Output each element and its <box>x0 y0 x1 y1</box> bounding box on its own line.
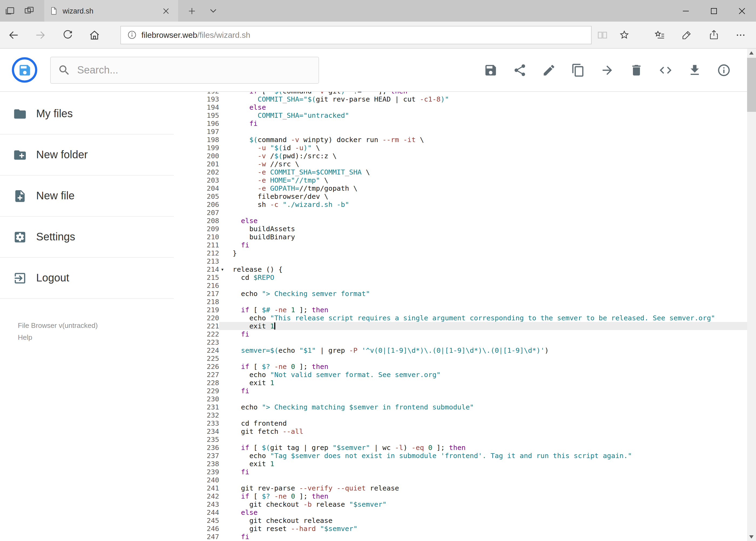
code-editor[interactable]: 192 if [ "$(command -v git)" != "" ]; th… <box>174 92 747 541</box>
sidebar-item-settings[interactable]: Settings <box>0 217 174 258</box>
code-line-228[interactable]: 228 exit 1 <box>174 379 747 387</box>
set-tabs-aside-button[interactable] <box>0 0 19 22</box>
save-button[interactable] <box>476 48 505 92</box>
share-page-button[interactable] <box>702 21 725 48</box>
browser-tab[interactable]: wizard.sh <box>44 0 178 22</box>
download-button[interactable] <box>680 48 709 92</box>
scrollbar-thumb[interactable] <box>747 58 756 112</box>
code-line-229[interactable]: 229 fi <box>174 387 747 395</box>
sidebar-item-new-folder[interactable]: New folder <box>0 135 174 176</box>
code-line-235[interactable]: 235 <box>174 435 747 443</box>
code-line-218[interactable]: 218 <box>174 297 747 306</box>
delete-button[interactable] <box>622 48 651 92</box>
code-line-197[interactable]: 197 <box>174 128 747 136</box>
share-button[interactable] <box>505 48 534 92</box>
web-notes-button[interactable] <box>675 21 698 48</box>
address-bar[interactable]: filebrowser.web/files/wizard.sh <box>121 26 592 44</box>
reading-view-button[interactable] <box>592 21 613 48</box>
scrollbar-up-button[interactable] <box>747 49 756 57</box>
tab-preview-chevron-button[interactable] <box>205 0 221 22</box>
code-line-245[interactable]: 245 git checkout release <box>174 516 747 525</box>
add-favorite-button[interactable] <box>613 21 635 48</box>
code-line-210[interactable]: 210 buildBinary <box>174 233 747 241</box>
code-line-234[interactable]: 234 git fetch --all <box>174 427 747 435</box>
code-line-209[interactable]: 209 buildAssets <box>174 225 747 233</box>
code-line-213[interactable]: 213 <box>174 257 747 265</box>
code-line-242[interactable]: 242 if [ $? -ne 0 ]; then <box>174 492 747 500</box>
code-line-241[interactable]: 241 git rev-parse --verify --quiet relea… <box>174 484 747 492</box>
code-line-227[interactable]: 227 echo "Not valid semver format. See s… <box>174 370 747 379</box>
code-line-199[interactable]: 199 -u "$(id -u)" \ <box>174 144 747 152</box>
code-line-240[interactable]: 240 <box>174 476 747 484</box>
line-number: 205 <box>174 192 219 201</box>
code-line-198[interactable]: 198 $(command -v winpty) docker run --rm… <box>174 136 747 144</box>
help-link[interactable]: Help <box>18 333 32 341</box>
code-line-243[interactable]: 243 git checkout -b release "$semver" <box>174 500 747 508</box>
code-line-214[interactable]: 214▾release () { <box>174 265 747 273</box>
forward-button[interactable] <box>27 21 54 48</box>
code-line-233[interactable]: 233 cd frontend <box>174 419 747 427</box>
code-line-211[interactable]: 211 fi <box>174 241 747 249</box>
code-line-232[interactable]: 232 <box>174 411 747 419</box>
rename-button[interactable] <box>534 48 563 92</box>
code-line-221[interactable]: 221 exit 1 <box>174 322 747 330</box>
refresh-button[interactable] <box>54 21 81 48</box>
code-line-246[interactable]: 246 git reset --hard "$semver" <box>174 525 747 533</box>
code-line-225[interactable]: 225 <box>174 354 747 362</box>
code-line-230[interactable]: 230 <box>174 395 747 403</box>
code-line-239[interactable]: 239 fi <box>174 468 747 476</box>
code-line-220[interactable]: 220 echo "This release script requires a… <box>174 314 747 322</box>
code-line-200[interactable]: 200 -v /$(pwd):/src:z \ <box>174 152 747 160</box>
sidebar-item-my-files[interactable]: My files <box>0 94 174 135</box>
code-line-244[interactable]: 244 else <box>174 508 747 516</box>
search-input[interactable] <box>76 64 319 76</box>
code-line-207[interactable]: 207 <box>174 209 747 217</box>
code-line-212[interactable]: 212} <box>174 249 747 257</box>
tabs-preview-button[interactable] <box>19 0 39 22</box>
code-line-216[interactable]: 216 <box>174 281 747 289</box>
code-line-196[interactable]: 196 fi <box>174 119 747 128</box>
code-line-201[interactable]: 201 -w //src \ <box>174 160 747 168</box>
code-line-208[interactable]: 208 else <box>174 217 747 225</box>
page-info-icon[interactable] <box>127 30 136 39</box>
code-line-194[interactable]: 194 else <box>174 103 747 111</box>
code-line-195[interactable]: 195 COMMIT_SHA="untracked" <box>174 111 747 119</box>
fold-marker-icon[interactable]: ▾ <box>219 265 226 273</box>
code-line-222[interactable]: 222 fi <box>174 330 747 338</box>
code-line-203[interactable]: 203 -e HOME="//tmp" \ <box>174 176 747 184</box>
code-line-247[interactable]: 247 fi <box>174 533 747 541</box>
code-line-238[interactable]: 238 exit 1 <box>174 460 747 468</box>
code-line-226[interactable]: 226 if [ $? -ne 0 ]; then <box>174 362 747 370</box>
maximize-button[interactable] <box>700 0 728 22</box>
new-tab-button[interactable] <box>182 0 201 22</box>
code-line-236[interactable]: 236 if [ $(git tag | grep "$semver" | wc… <box>174 443 747 452</box>
scrollbar-down-button[interactable] <box>747 532 756 541</box>
minimize-button[interactable] <box>672 0 700 22</box>
sidebar-item-new-file[interactable]: New file <box>0 176 174 217</box>
code-line-215[interactable]: 215 cd $REPO <box>174 273 747 281</box>
code-line-205[interactable]: 205 filebrowser/dev \ <box>174 192 747 201</box>
code-line-223[interactable]: 223 <box>174 338 747 346</box>
code-line-224[interactable]: 224 semver=$(echo "$1" | grep -P '^v(0|[… <box>174 346 747 354</box>
back-button[interactable] <box>0 21 27 48</box>
home-button[interactable] <box>81 21 108 48</box>
hub-button[interactable] <box>648 21 671 48</box>
code-line-231[interactable]: 231 echo "> Checking matching $semver in… <box>174 403 747 411</box>
filebrowser-logo[interactable] <box>12 57 37 83</box>
code-line-206[interactable]: 206 sh -c "./wizard.sh -b" <box>174 201 747 209</box>
code-line-193[interactable]: 193 COMMIT_SHA="$(git rev-parse HEAD | c… <box>174 95 747 103</box>
code-line-237[interactable]: 237 echo "Tag $semver does not exist in … <box>174 452 747 460</box>
copy-button[interactable] <box>563 48 593 92</box>
info-button[interactable] <box>709 48 738 92</box>
close-window-button[interactable] <box>728 0 756 22</box>
code-line-204[interactable]: 204 -e GOPATH=//tmp/gopath \ <box>174 184 747 192</box>
tab-close-button[interactable] <box>159 4 173 18</box>
more-button[interactable] <box>729 21 752 48</box>
code-view-button[interactable] <box>651 48 680 92</box>
code-line-219[interactable]: 219 if [ $# -ne 1 ]; then <box>174 306 747 314</box>
code-line-217[interactable]: 217 echo "> Checking semver format" <box>174 289 747 297</box>
code-line-192[interactable]: 192 if [ "$(command -v git)" != "" ]; th… <box>174 92 747 95</box>
move-button[interactable] <box>593 48 622 92</box>
code-line-202[interactable]: 202 -e COMMIT_SHA=$COMMIT_SHA \ <box>174 168 747 176</box>
sidebar-item-logout[interactable]: Logout <box>0 258 174 299</box>
